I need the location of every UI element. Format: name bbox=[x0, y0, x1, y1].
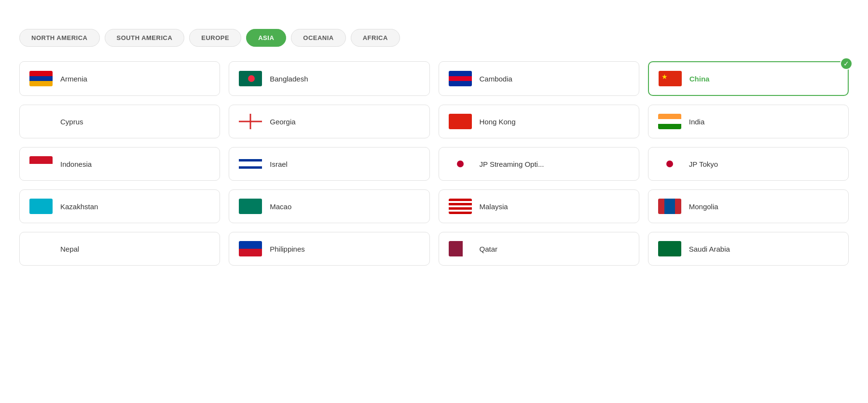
flag-cambodia bbox=[449, 71, 472, 86]
tab-asia[interactable]: ASIA bbox=[246, 29, 286, 47]
country-card-israel[interactable]: Israel bbox=[229, 147, 429, 181]
selected-check-badge: ✓ bbox=[840, 57, 853, 70]
country-name-cyprus: Cyprus bbox=[60, 118, 83, 126]
country-name-mongolia: Mongolia bbox=[689, 202, 718, 211]
country-name-indonesia: Indonesia bbox=[60, 160, 92, 168]
flag-philippines bbox=[239, 241, 262, 256]
tab-oceania[interactable]: OCEANIA bbox=[291, 29, 345, 47]
tab-north-america[interactable]: NORTH AMERICA bbox=[19, 29, 100, 47]
flag-china bbox=[659, 71, 682, 86]
country-name-georgia: Georgia bbox=[270, 118, 295, 126]
country-name-philippines: Philippines bbox=[270, 245, 305, 253]
flag-hong-kong bbox=[449, 114, 472, 129]
country-name-qatar: Qatar bbox=[480, 245, 498, 253]
tab-europe[interactable]: EUROPE bbox=[189, 29, 241, 47]
country-card-cambodia[interactable]: Cambodia bbox=[439, 61, 639, 96]
flag-india bbox=[658, 114, 681, 129]
tab-south-america[interactable]: SOUTH AMERICA bbox=[105, 29, 185, 47]
country-card-macao[interactable]: Macao bbox=[229, 189, 429, 223]
country-card-georgia[interactable]: Georgia bbox=[229, 105, 429, 138]
flag-kazakhstan bbox=[29, 199, 53, 214]
flag-armenia bbox=[29, 71, 53, 86]
flag-qatar bbox=[449, 241, 472, 256]
flag-saudi-arabia bbox=[658, 241, 681, 256]
country-card-nepal[interactable]: Nepal bbox=[19, 232, 220, 266]
country-card-jp-streaming[interactable]: JP Streaming Opti... bbox=[439, 147, 639, 181]
country-card-china[interactable]: China✓ bbox=[648, 61, 849, 96]
country-card-india[interactable]: India bbox=[648, 105, 849, 138]
country-name-jp-streaming: JP Streaming Opti... bbox=[480, 160, 544, 168]
country-name-jp-tokyo: JP Tokyo bbox=[689, 160, 718, 168]
country-card-malaysia[interactable]: Malaysia bbox=[439, 189, 639, 223]
country-name-saudi-arabia: Saudi Arabia bbox=[689, 245, 730, 253]
country-name-macao: Macao bbox=[270, 202, 291, 211]
country-card-kazakhstan[interactable]: Kazakhstan bbox=[19, 189, 220, 223]
country-name-kazakhstan: Kazakhstan bbox=[60, 202, 98, 211]
country-name-cambodia: Cambodia bbox=[480, 75, 512, 83]
country-card-cyprus[interactable]: Cyprus bbox=[19, 105, 220, 138]
flag-israel bbox=[239, 156, 262, 172]
country-card-mongolia[interactable]: Mongolia bbox=[648, 189, 849, 223]
country-card-indonesia[interactable]: Indonesia bbox=[19, 147, 220, 181]
country-card-hong-kong[interactable]: Hong Kong bbox=[439, 105, 639, 138]
flag-bangladesh bbox=[239, 71, 262, 86]
flag-malaysia bbox=[449, 199, 472, 214]
country-card-armenia[interactable]: Armenia bbox=[19, 61, 220, 96]
country-name-india: India bbox=[689, 118, 705, 126]
flag-mongolia bbox=[658, 199, 681, 214]
country-card-philippines[interactable]: Philippines bbox=[229, 232, 429, 266]
country-name-israel: Israel bbox=[270, 160, 288, 168]
flag-georgia bbox=[239, 114, 262, 129]
country-name-armenia: Armenia bbox=[60, 75, 87, 83]
country-name-nepal: Nepal bbox=[60, 245, 79, 253]
flag-indonesia bbox=[29, 156, 53, 172]
flag-jp-tokyo bbox=[658, 156, 681, 172]
country-card-saudi-arabia[interactable]: Saudi Arabia bbox=[648, 232, 849, 266]
flag-nepal bbox=[29, 241, 53, 256]
country-name-bangladesh: Bangladesh bbox=[270, 75, 308, 83]
flag-cyprus bbox=[29, 114, 53, 129]
tab-africa[interactable]: AFRICA bbox=[351, 29, 400, 47]
flag-macao bbox=[239, 199, 262, 214]
country-name-malaysia: Malaysia bbox=[480, 202, 508, 211]
country-card-qatar[interactable]: Qatar bbox=[439, 232, 639, 266]
country-card-jp-tokyo[interactable]: JP Tokyo bbox=[648, 147, 849, 181]
flag-jp-streaming bbox=[449, 156, 472, 172]
country-grid: ArmeniaBangladeshCambodiaChina✓CyprusGeo… bbox=[19, 61, 849, 266]
region-tabs: NORTH AMERICASOUTH AMERICAEUROPEASIAOCEA… bbox=[19, 29, 849, 47]
country-name-hong-kong: Hong Kong bbox=[480, 118, 516, 126]
country-card-bangladesh[interactable]: Bangladesh bbox=[229, 61, 429, 96]
country-name-china: China bbox=[689, 75, 710, 83]
